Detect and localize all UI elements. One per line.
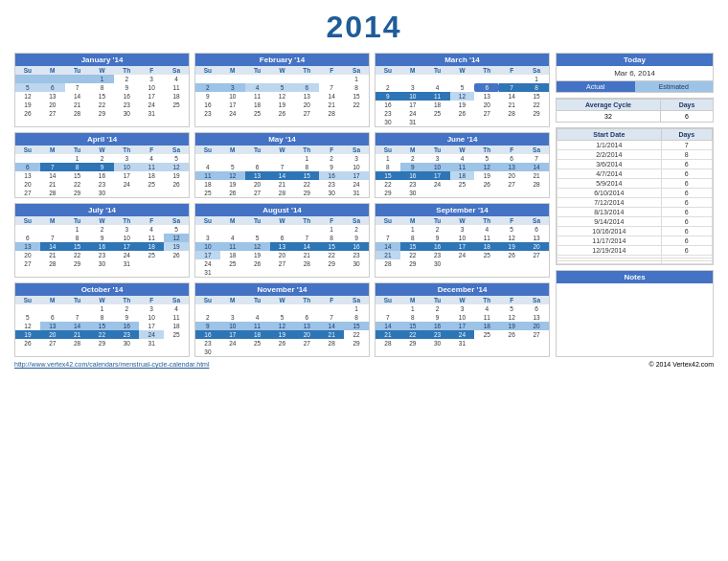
day-cell: 24 — [450, 251, 475, 259]
day-cell — [450, 75, 475, 83]
day-cell: 24 — [139, 101, 164, 109]
day-cell: 9 — [114, 313, 139, 322]
day-cell: 5 — [270, 83, 295, 92]
day-cell: 4 — [425, 83, 450, 92]
day-cell: 12 — [270, 322, 295, 330]
day-cell: 13 — [15, 242, 40, 251]
day-cell: 12 — [164, 163, 189, 171]
notes-box: Notes — [556, 270, 714, 357]
avg-cycle-label: Average Cycle — [557, 100, 660, 110]
day-cell: 28 — [499, 109, 524, 118]
day-cell: 3 — [344, 154, 369, 163]
day-cell: 22 — [375, 180, 400, 189]
day-cell: 11 — [245, 322, 270, 330]
day-cell: 16 — [114, 92, 139, 101]
day-cell — [220, 348, 245, 356]
day-cell — [245, 304, 270, 313]
day-cell — [425, 75, 450, 83]
day-cell — [65, 304, 90, 313]
cal-table-2: SuMTuWThFSa12345678910111213141516171819… — [195, 66, 369, 118]
today-date: Mar 6, 2014 — [557, 66, 713, 80]
day-cell: 21 — [499, 101, 524, 109]
day-cell: 22 — [90, 330, 115, 339]
day-cell — [139, 259, 164, 268]
day-cell: 28 — [375, 339, 400, 348]
day-cell: 1 — [90, 75, 115, 83]
day-cell: 8 — [400, 313, 425, 322]
day-cell: 14 — [524, 163, 549, 171]
day-cell: 2 — [375, 83, 400, 92]
day-cell: 25 — [474, 251, 499, 259]
day-cell — [270, 268, 295, 277]
day-cell: 11 — [450, 163, 475, 171]
day-cell: 15 — [90, 322, 115, 330]
day-cell: 3 — [220, 83, 245, 92]
cycle-row: 7/12/20146 — [557, 198, 713, 208]
cycle-row: 9/14/20146 — [557, 217, 713, 227]
day-cell: 5 — [450, 83, 475, 92]
day-cell: 11 — [139, 163, 164, 171]
day-cell: 3 — [450, 304, 475, 313]
day-cell: 5 — [474, 154, 499, 163]
day-cell: 1 — [400, 304, 425, 313]
day-cell: 15 — [524, 92, 549, 101]
day-cell: 10 — [450, 313, 475, 322]
day-cell: 20 — [270, 251, 295, 259]
month-header-10: October '14 — [15, 283, 189, 296]
day-cell — [294, 348, 319, 356]
day-cell: 10 — [195, 242, 220, 251]
cal-table-3: SuMTuWThFSa12345678910111213141516171819… — [375, 66, 549, 126]
day-cell: 20 — [524, 322, 549, 330]
day-cell: 13 — [499, 163, 524, 171]
day-cell: 29 — [375, 189, 400, 197]
day-cell — [499, 189, 524, 197]
day-cell — [270, 154, 295, 163]
day-cell: 12 — [245, 242, 270, 251]
day-cell: 23 — [195, 339, 220, 348]
cal-table-7: SuMTuWThFSa12345678910111213141516171819… — [15, 216, 189, 268]
day-cell: 20 — [15, 251, 40, 259]
day-cell: 25 — [474, 330, 499, 339]
day-cell: 2 — [425, 225, 450, 234]
day-cell: 28 — [375, 259, 400, 268]
day-cell: 23 — [90, 180, 115, 189]
month-header-1: January '14 — [15, 54, 189, 66]
day-cell: 24 — [220, 339, 245, 348]
day-cell: 22 — [90, 101, 115, 109]
day-cell: 2 — [90, 154, 115, 163]
day-cell: 4 — [164, 304, 189, 313]
day-cell — [319, 348, 344, 356]
day-cell — [524, 339, 549, 348]
cycle-table-col-start: Start Date — [557, 129, 662, 141]
day-cell: 9 — [90, 163, 115, 171]
day-cell: 26 — [270, 339, 295, 348]
day-cell: 14 — [65, 92, 90, 101]
footer-link[interactable]: http://www.vertex42.com/calendars/menstr… — [14, 361, 209, 368]
day-cell: 6 — [245, 163, 270, 171]
day-cell: 28 — [294, 259, 319, 268]
day-cell: 3 — [139, 75, 164, 83]
day-cell: 16 — [114, 322, 139, 330]
day-cell: 9 — [425, 313, 450, 322]
day-cell: 18 — [245, 101, 270, 109]
day-cell — [164, 109, 189, 118]
cycle-row: 4/7/20146 — [557, 169, 713, 179]
day-cell — [40, 225, 65, 234]
day-cell: 29 — [294, 189, 319, 197]
day-cell: 27 — [270, 259, 295, 268]
day-cell: 22 — [524, 101, 549, 109]
actual-label: Actual — [557, 81, 635, 92]
day-cell: 22 — [65, 180, 90, 189]
day-cell: 16 — [319, 171, 344, 180]
month-5: May '14SuMTuWThFSa1234567891011121314151… — [194, 132, 370, 198]
day-cell: 12 — [220, 171, 245, 180]
day-cell: 30 — [90, 189, 115, 197]
day-cell: 24 — [114, 251, 139, 259]
day-cell: 1 — [319, 225, 344, 234]
day-cell: 26 — [499, 251, 524, 259]
day-cell: 27 — [524, 251, 549, 259]
day-cell — [270, 225, 295, 234]
day-cell: 17 — [114, 171, 139, 180]
day-cell: 23 — [344, 251, 369, 259]
day-cell: 3 — [400, 83, 425, 92]
